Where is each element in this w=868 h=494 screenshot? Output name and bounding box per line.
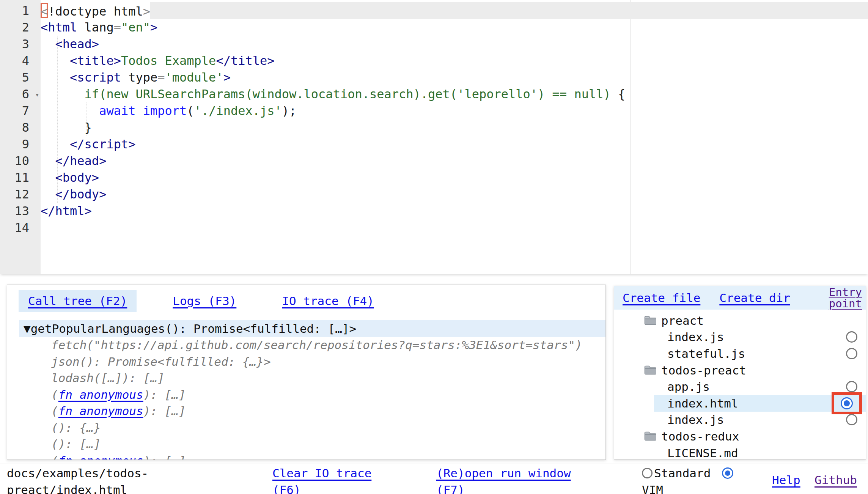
code-line[interactable]: 6▾ if(new URLSearchParams(window.locatio… <box>0 86 868 102</box>
code-line[interactable]: 7 await import('./index.js'); <box>0 102 868 119</box>
code-token <box>41 37 55 51</box>
file-row-app-js[interactable]: app.js <box>614 378 866 395</box>
tab-call-tree-f2[interactable]: Call tree (F2) <box>19 290 137 312</box>
file-name: stateful.js <box>667 347 745 360</box>
dir-row-preact[interactable]: preact <box>614 312 866 329</box>
dir-row-todos-redux[interactable]: todos-redux <box>614 428 866 445</box>
code-line[interactable]: 14 <box>0 219 868 236</box>
code-token: </html> <box>41 204 92 218</box>
entry-point-radio[interactable] <box>846 331 857 343</box>
entry-point-radio[interactable] <box>846 381 857 392</box>
entry-point-radio[interactable] <box>841 397 853 409</box>
code-token: > <box>143 4 150 19</box>
line-number: 6▾ <box>0 86 41 102</box>
standard-keymap-radio[interactable] <box>642 468 653 478</box>
call-tree-row[interactable]: fetch("https://api.github.com/search/rep… <box>7 337 605 354</box>
code-line[interactable]: 13</html> <box>0 203 868 219</box>
code-token: <script <box>70 70 121 85</box>
code-token: './index.js' <box>194 104 282 118</box>
dir-row-todos-preact[interactable]: todos-preact <box>614 362 866 379</box>
code-line[interactable]: 4 <title>Todos Example</title> <box>0 52 868 69</box>
call-tree-row[interactable]: (): {…} <box>7 420 605 436</box>
tab-logs-f3[interactable]: Logs (F3) <box>163 290 246 312</box>
file-name: index.js <box>667 413 724 426</box>
code-text: <body> <box>41 169 99 186</box>
code-token <box>41 154 55 168</box>
call-tree: ▼getPopularLanguages(): Promise<fulfille… <box>7 320 605 460</box>
tab-io-trace-f4[interactable]: IO trace (F4) <box>272 290 384 312</box>
file-row-index-html[interactable]: index.html <box>654 395 866 412</box>
code-line[interactable]: 10 </head> <box>0 153 868 169</box>
call-tree-row[interactable]: lodash([…]): […] <box>7 370 605 387</box>
fold-arrow-icon[interactable]: ▾ <box>35 86 39 103</box>
help-link[interactable]: Help <box>772 472 800 488</box>
file-panel: Create file Create dir Entry point preac… <box>614 286 866 459</box>
call-tree-root-row[interactable]: ▼getPopularLanguages(): Promise<fulfille… <box>19 320 605 337</box>
code-token: > <box>150 20 157 35</box>
vim-cursor: < <box>41 3 48 18</box>
clear-io-trace-button[interactable]: Clear IO trace (F6) <box>272 465 386 494</box>
code-line[interactable]: 2<html lang="en"> <box>0 19 868 36</box>
fn-anonymous-link[interactable]: fn_anonymous <box>58 454 143 460</box>
standard-keymap-label: Standard <box>654 465 711 481</box>
reopen-run-window-button[interactable]: (Re)open run window (F7) <box>436 465 581 494</box>
code-editor[interactable]: 1<!doctype html>2<html lang="en">3 <head… <box>0 0 868 274</box>
code-line[interactable]: 8 } <box>0 119 868 136</box>
file-row-stateful-js[interactable]: stateful.js <box>614 345 866 362</box>
code-token: } <box>85 120 92 135</box>
call-text: ): […] <box>143 388 186 401</box>
line-number: 9 <box>0 136 41 153</box>
call-tree-panel: Call tree (F2)Logs (F3)IO trace (F4) ▼ge… <box>7 285 606 460</box>
code-token: = <box>114 20 121 35</box>
line-number: 14 <box>0 219 41 236</box>
call-tree-row[interactable]: (fn_anonymous): […] <box>7 387 605 403</box>
line-number: 10 <box>0 153 41 169</box>
code-token: "en" <box>121 20 150 35</box>
create-dir-link[interactable]: Create dir <box>719 291 790 305</box>
code-token <box>41 170 55 185</box>
code-line[interactable]: 11 <body> <box>0 169 868 186</box>
file-row-index-js[interactable]: index.js <box>614 329 866 346</box>
line-number: 2 <box>0 19 41 36</box>
code-text: } <box>41 119 92 136</box>
keymap-switcher: Standard VIM <box>642 465 745 494</box>
code-line[interactable]: 3 <head> <box>0 36 868 52</box>
code-token <box>41 70 70 85</box>
code-line[interactable]: 12 </body> <box>0 186 868 203</box>
code-token: </script> <box>70 137 135 151</box>
code-line[interactable]: 9 </script> <box>0 136 868 153</box>
fn-anonymous-link[interactable]: fn_anonymous <box>58 404 143 418</box>
line-number: 7 <box>0 102 41 119</box>
create-file-link[interactable]: Create file <box>623 291 700 305</box>
vim-keymap-radio[interactable] <box>722 467 733 479</box>
code-token <box>121 70 128 85</box>
file-name: LICENSE.md <box>667 446 738 459</box>
entry-point-radio[interactable] <box>846 414 857 425</box>
call-text: lodash([…]): […] <box>51 371 165 385</box>
code-token: type <box>128 70 157 85</box>
call-tree-row[interactable]: json(): Promise<fulfilled: {…}> <box>7 354 605 370</box>
github-link[interactable]: Github <box>815 472 857 488</box>
call-tree-row[interactable]: (): […] <box>7 436 605 453</box>
call-tree-row[interactable]: (fn_anonymous): […] <box>7 453 605 460</box>
entry-point-path: docs/examples/todos-preact/index.html <box>7 465 157 494</box>
file-row-license-md[interactable]: LICENSE.md <box>614 445 866 459</box>
code-token <box>135 104 143 118</box>
code-token: 'module' <box>165 70 223 85</box>
code-text: </script> <box>41 136 135 153</box>
code-text: if(new URLSearchParams(window.location.s… <box>41 86 625 102</box>
code-line[interactable]: 1<!doctype html> <box>0 2 868 19</box>
file-row-index-js[interactable]: index.js <box>614 412 866 428</box>
code-token: await <box>99 104 135 118</box>
entry-point-radio[interactable] <box>846 348 857 359</box>
code-text: await import('./index.js'); <box>41 102 296 119</box>
call-text: json(): Promise<fulfilled: {…}> <box>51 355 271 368</box>
code-token: ); <box>282 104 297 118</box>
entry-point-link[interactable]: Entry point <box>816 286 862 309</box>
code-text: <title>Todos Example</title> <box>41 52 275 69</box>
fn-anonymous-link[interactable]: fn_anonymous <box>58 388 143 401</box>
code-line[interactable]: 5 <script type='module'> <box>0 69 868 86</box>
code-token <box>41 53 70 68</box>
call-tree-row[interactable]: (fn_anonymous): […] <box>7 403 605 420</box>
code-text: </body> <box>41 186 106 203</box>
